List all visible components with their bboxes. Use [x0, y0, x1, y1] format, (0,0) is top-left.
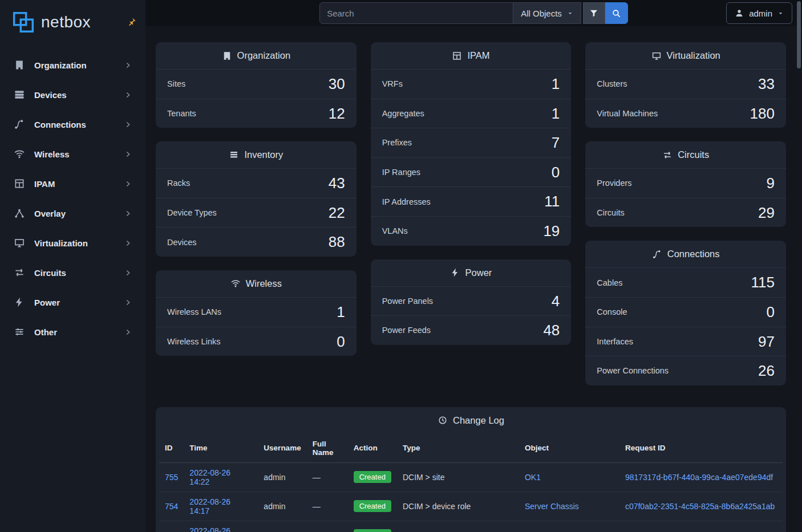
sidebar-item-wireless[interactable]: Wireless	[0, 139, 145, 169]
chevron-right-icon	[124, 121, 132, 128]
column-header-request-id: Request ID	[619, 434, 783, 463]
column-header-action: Action	[348, 434, 397, 463]
stat-row-aggregates[interactable]: Aggregates 1	[371, 99, 572, 128]
ip-table-icon	[452, 51, 462, 61]
sidebar-item-ipam[interactable]: IPAM	[0, 169, 145, 198]
card-connections: Connections Cables 115 Console 0 Interfa…	[585, 241, 786, 385]
pin-sidebar-icon[interactable]	[127, 17, 136, 26]
table-header-row: ID Time Username Full Name Action Type O…	[159, 434, 783, 463]
stat-row-devices[interactable]: Devices 88	[156, 227, 357, 257]
change-time-link[interactable]: 2022-08-26 14:15	[189, 526, 230, 532]
request-id-link[interactable]: 9817317d-b67f-440a-99ca-4ae07ede94df	[625, 473, 773, 482]
stats-column-2: IPAM VRFs 1 Aggregates 1 Prefixes 7	[371, 42, 572, 345]
object-type-label: All Objects	[521, 9, 562, 18]
stat-row-vlans[interactable]: VLANs 19	[371, 216, 572, 246]
stat-label: VRFs	[382, 79, 403, 88]
card-circuits: Circuits Providers 9 Circuits 29	[585, 141, 786, 227]
wifi-icon	[230, 278, 241, 289]
stat-value: 4	[552, 293, 560, 310]
stat-label: Interfaces	[597, 337, 633, 346]
card-ipam: IPAM VRFs 1 Aggregates 1 Prefixes 7	[371, 42, 572, 246]
stat-row-interfaces[interactable]: Interfaces 97	[585, 327, 786, 356]
stat-row-power-connections[interactable]: Power Connections 26	[585, 356, 786, 385]
stat-value: 48	[543, 322, 560, 339]
person-icon	[735, 9, 744, 18]
column-header-id: ID	[159, 434, 184, 463]
stat-row-ip-addresses[interactable]: IP Addresses 11	[371, 186, 572, 216]
filter-button[interactable]	[583, 2, 605, 24]
stat-row-console[interactable]: Console 0	[585, 297, 786, 327]
sidebar-item-circuits[interactable]: Circuits	[0, 258, 145, 287]
stat-value: 0	[337, 334, 345, 350]
card-title: Inventory	[156, 141, 357, 169]
sidebar-item-devices[interactable]: Devices	[0, 80, 145, 109]
object-link[interactable]: Server Chassis	[525, 502, 579, 511]
stat-row-tenants[interactable]: Tenants 12	[156, 99, 357, 128]
stat-row-virtual-machines[interactable]: Virtual Machines 180	[585, 99, 786, 128]
stat-label: Providers	[597, 178, 631, 188]
building-icon	[14, 59, 25, 71]
sidebar-item-overlay[interactable]: Overlay	[0, 198, 145, 228]
transfer-icon	[662, 150, 673, 160]
stat-value: 9	[767, 175, 775, 192]
stat-row-vrfs[interactable]: VRFs 1	[371, 70, 572, 99]
stat-row-power-panels[interactable]: Power Panels 4	[371, 287, 572, 316]
full-name-cell: —	[307, 462, 348, 492]
sidebar-item-organization[interactable]: Organization	[0, 50, 145, 80]
object-link[interactable]: OK1	[525, 473, 541, 482]
card-title: Wireless	[156, 270, 357, 298]
stat-row-wireless-lans[interactable]: Wireless LANs 1	[156, 298, 357, 327]
user-menu-button[interactable]: admin	[726, 2, 792, 24]
stat-value: 0	[767, 304, 775, 320]
stat-label: Console	[597, 307, 627, 316]
sidebar-item-connections[interactable]: Connections	[0, 109, 145, 139]
sidebar-menu: Organization Devices Connections Wireles…	[0, 44, 145, 347]
search-input[interactable]	[319, 2, 513, 24]
card-title: Connections	[585, 241, 786, 268]
stat-row-ip-ranges[interactable]: IP Ranges 0	[371, 157, 572, 187]
scrollbar-thumb[interactable]	[797, 1, 801, 68]
stat-row-sites[interactable]: Sites 30	[156, 70, 357, 99]
stat-label: IP Addresses	[382, 197, 431, 206]
type-cell: DCIM > module bay template	[397, 521, 519, 532]
sidebar-item-power[interactable]: Power	[0, 287, 145, 317]
card-inventory: Inventory Racks 43 Device Types 22 Devic…	[156, 141, 357, 257]
stat-row-prefixes[interactable]: Prefixes 7	[371, 128, 572, 157]
stat-row-device-types[interactable]: Device Types 22	[156, 198, 357, 228]
brand-name: netbox	[41, 13, 91, 31]
monitor-icon	[651, 51, 662, 61]
full-name-cell: —	[307, 521, 348, 532]
change-time-link[interactable]: 2022-08-26 14:17	[189, 497, 230, 515]
change-id-link[interactable]: 755	[165, 473, 178, 482]
netbox-home-link[interactable]: netbox	[0, 0, 145, 44]
action-created-badge: Created	[354, 500, 391, 512]
sidebar: netbox Organization Devices Connections …	[0, 0, 145, 532]
stat-value: 11	[544, 193, 560, 210]
table-row: 754 2022-08-26 14:17 admin — Created DCI…	[159, 492, 783, 521]
column-header-username: Username	[258, 434, 306, 463]
sidebar-item-label: Circuits	[34, 268, 66, 278]
request-id-link[interactable]: c07f0ab2-2351-4c58-825a-8b6a2425a1ab	[625, 502, 775, 511]
username-label: admin	[749, 9, 772, 18]
stat-row-cables[interactable]: Cables 115	[585, 268, 786, 297]
search-submit-button[interactable]	[605, 2, 628, 24]
object-type-dropdown[interactable]: All Objects	[513, 2, 581, 24]
stat-label: Power Connections	[597, 366, 669, 375]
stat-row-providers[interactable]: Providers 9	[585, 169, 786, 198]
change-id-link[interactable]: 754	[165, 502, 178, 511]
chevron-right-icon	[124, 328, 132, 336]
sidebar-item-virtualization[interactable]: Virtualization	[0, 228, 145, 258]
stat-value: 1	[552, 105, 560, 122]
stat-row-racks[interactable]: Racks 43	[156, 169, 357, 198]
ip-table-icon	[14, 178, 25, 189]
stat-row-circuits[interactable]: Circuits 29	[585, 198, 786, 228]
stat-value: 43	[329, 175, 345, 192]
stat-value: 33	[758, 76, 775, 92]
funnel-icon	[589, 9, 598, 18]
change-time-link[interactable]: 2022-08-26 14:22	[189, 468, 230, 486]
type-cell: DCIM > site	[397, 462, 519, 492]
stat-row-clusters[interactable]: Clusters 33	[585, 70, 786, 99]
stat-row-wireless-links[interactable]: Wireless Links 0	[156, 327, 357, 356]
stat-row-power-feeds[interactable]: Power Feeds 48	[371, 315, 572, 345]
sidebar-item-other[interactable]: Other	[0, 317, 145, 347]
